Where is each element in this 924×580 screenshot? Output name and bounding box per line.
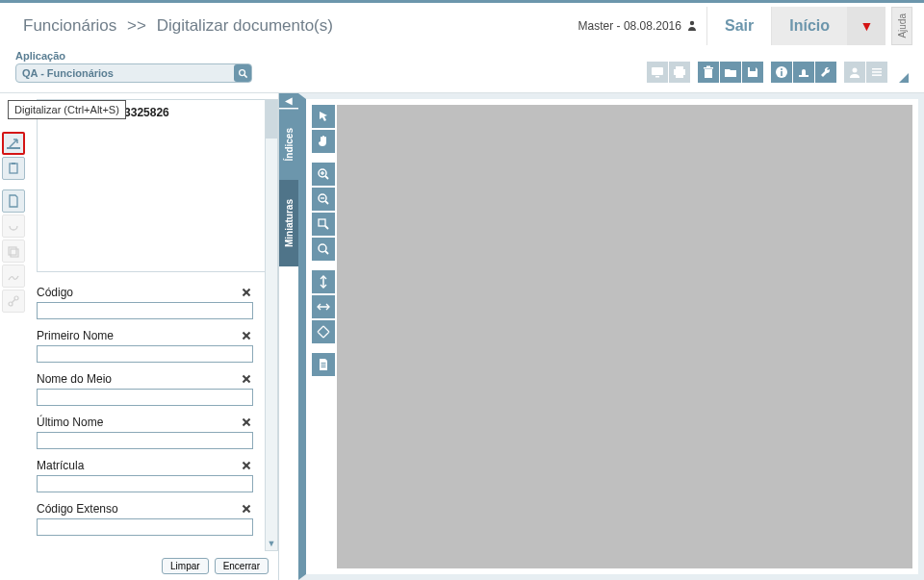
collapse-panel-icon[interactable]: ◀: [279, 93, 298, 109]
clear-field-icon[interactable]: [237, 286, 256, 302]
layers-button: [2, 240, 25, 263]
viewer: [298, 93, 924, 580]
breadcrumb-module: Funcionários: [23, 16, 116, 35]
svg-point-1: [239, 69, 244, 75]
svg-line-32: [325, 201, 328, 204]
folder-icon[interactable]: [720, 62, 741, 83]
clear-field-icon[interactable]: [237, 456, 256, 475]
application-row: Aplicação: [0, 48, 924, 88]
scroll-down-icon[interactable]: ▼: [266, 537, 277, 550]
clear-button[interactable]: Limpar: [162, 558, 209, 574]
svg-rect-10: [706, 66, 710, 68]
svg-rect-22: [12, 163, 15, 164]
application-select[interactable]: [15, 63, 252, 83]
document-icon[interactable]: [312, 353, 335, 376]
svg-rect-25: [9, 302, 13, 306]
application-label: Aplicação: [15, 50, 252, 62]
tab-indices[interactable]: Índices: [279, 109, 298, 180]
primeiro-nome-input[interactable]: [37, 345, 253, 363]
fit-height-icon[interactable]: [312, 270, 335, 293]
user-area: Master - 08.08.2016: [578, 19, 697, 33]
svg-rect-4: [655, 76, 659, 78]
stamp-icon[interactable]: [793, 62, 814, 83]
monitor-icon[interactable]: [647, 62, 668, 83]
svg-point-0: [690, 21, 694, 25]
info-icon[interactable]: [771, 62, 792, 83]
signature-button: [2, 265, 25, 288]
field-label: Primeiro Nome: [37, 329, 114, 342]
trash-icon[interactable]: [698, 62, 719, 83]
print-icon[interactable]: [669, 62, 690, 83]
list-icon[interactable]: [866, 62, 887, 83]
tooltip-scan: Digitalizar (Ctrl+Alt+S): [8, 100, 126, 119]
triangle-down-icon: ▼: [860, 18, 874, 34]
document-list: DOC_20168813325826: [37, 99, 270, 272]
fit-width-icon[interactable]: [312, 295, 335, 318]
help-tab[interactable]: Ajuda: [891, 7, 912, 45]
top-bar: Funcionários >> Digitalizar documento(s)…: [0, 0, 924, 48]
breadcrumb-page: Digitalizar documento(s): [157, 16, 333, 35]
scroll-thumb[interactable]: [266, 100, 277, 139]
codigo-input[interactable]: [37, 302, 253, 319]
user-square-icon[interactable]: [844, 62, 865, 83]
svg-rect-24: [11, 249, 18, 257]
svg-rect-19: [872, 74, 882, 76]
application-input[interactable]: [16, 67, 234, 79]
search-icon[interactable]: [234, 64, 251, 82]
index-form: Código Primeiro Nome Nome do Meio Último…: [37, 286, 270, 572]
viewer-canvas[interactable]: [337, 105, 912, 568]
svg-line-37: [325, 251, 328, 254]
svg-rect-5: [676, 66, 683, 69]
scrollbar[interactable]: ▲ ▼: [265, 99, 278, 551]
matricula-input[interactable]: [37, 475, 253, 492]
clipboard-button[interactable]: [2, 157, 25, 180]
svg-rect-40: [321, 363, 326, 364]
breadcrumb: Funcionários >> Digitalizar documento(s): [23, 16, 578, 36]
side-toolbar: [0, 93, 29, 580]
field-label: Matrícula: [37, 459, 84, 472]
zoom-out-icon[interactable]: [312, 188, 335, 211]
zoom-in-icon[interactable]: [312, 163, 335, 186]
main: DOC_20168813325826 Código Primeiro Nome …: [0, 92, 924, 580]
scan-button[interactable]: [2, 132, 25, 155]
svg-rect-23: [9, 247, 16, 255]
svg-rect-20: [7, 147, 20, 149]
ultimo-nome-input[interactable]: [37, 432, 253, 449]
svg-rect-9: [704, 67, 713, 69]
save-icon[interactable]: [742, 62, 763, 83]
wrench-icon[interactable]: [815, 62, 836, 83]
clear-field-icon[interactable]: [237, 326, 256, 345]
svg-point-14: [781, 68, 783, 70]
left-panel: DOC_20168813325826 Código Primeiro Nome …: [29, 93, 279, 580]
clear-field-icon[interactable]: [237, 369, 256, 389]
hand-icon[interactable]: [312, 130, 335, 153]
zoom-reset-icon[interactable]: [312, 238, 335, 261]
clear-field-icon[interactable]: [237, 499, 256, 518]
top-toolbar: [647, 62, 909, 83]
fit-page-icon[interactable]: [312, 320, 335, 343]
tab-rail: ◀ Índices Miniaturas: [279, 93, 298, 580]
user-label: Master - 08.08.2016: [578, 19, 681, 33]
user-icon: [687, 20, 697, 31]
field-label: Último Nome: [37, 416, 103, 429]
pointer-icon[interactable]: [312, 105, 335, 128]
home-button[interactable]: Início: [771, 7, 847, 45]
logout-button[interactable]: Sair: [706, 7, 771, 45]
svg-rect-8: [705, 69, 712, 78]
page-button[interactable]: [2, 189, 25, 213]
close-button[interactable]: Encerrar: [215, 558, 269, 574]
svg-point-16: [853, 68, 858, 73]
clear-field-icon[interactable]: [237, 413, 256, 432]
rotate-button: [2, 214, 25, 238]
codigo-extenso-input[interactable]: [37, 518, 253, 536]
tab-miniaturas[interactable]: Miniaturas: [279, 180, 298, 266]
svg-rect-41: [321, 365, 326, 366]
alert-button[interactable]: ▼: [847, 7, 886, 45]
svg-rect-7: [676, 74, 683, 78]
zoom-region-icon[interactable]: [312, 213, 335, 236]
field-label: Código: [37, 286, 73, 299]
viewer-toolbar: [312, 105, 337, 568]
svg-line-28: [325, 176, 328, 179]
expand-toggle-icon[interactable]: [899, 73, 909, 83]
nome-meio-input[interactable]: [37, 389, 253, 406]
